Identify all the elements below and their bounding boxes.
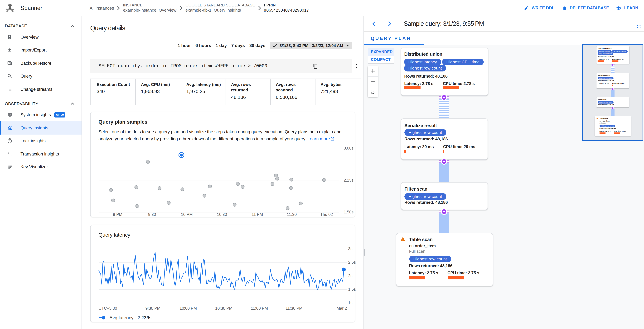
svg-text:3s: 3s bbox=[348, 246, 352, 251]
svg-text:9:30 PM: 9:30 PM bbox=[145, 306, 160, 311]
svg-text:2.5s: 2.5s bbox=[348, 260, 356, 265]
svg-text:11 PM: 11 PM bbox=[252, 212, 263, 217]
svg-text:9 PM: 9 PM bbox=[113, 212, 122, 217]
svg-text:Thu 02: Thu 02 bbox=[320, 212, 333, 217]
svg-text:10:30: 10:30 bbox=[217, 212, 227, 217]
svg-text:2.25s: 2.25s bbox=[344, 178, 354, 182]
svg-text:UTC+5:30: UTC+5:30 bbox=[98, 306, 117, 311]
svg-text:3.00s: 3.00s bbox=[344, 146, 354, 150]
svg-text:1.50s: 1.50s bbox=[344, 210, 354, 214]
svg-text:Mar 2: Mar 2 bbox=[336, 306, 347, 311]
svg-text:11:30 PM: 11:30 PM bbox=[286, 306, 302, 311]
svg-text:11:30: 11:30 bbox=[287, 212, 297, 217]
svg-text:10:00 PM: 10:00 PM bbox=[180, 306, 197, 311]
svg-text:1s: 1s bbox=[348, 301, 352, 305]
svg-text:10 PM: 10 PM bbox=[181, 212, 192, 217]
svg-text:2s: 2s bbox=[348, 274, 352, 278]
svg-text:1.5s: 1.5s bbox=[348, 287, 356, 292]
svg-text:10:30 PM: 10:30 PM bbox=[215, 306, 232, 311]
svg-text:11:00 PM: 11:00 PM bbox=[251, 306, 268, 311]
svg-text:9:30: 9:30 bbox=[148, 212, 156, 217]
